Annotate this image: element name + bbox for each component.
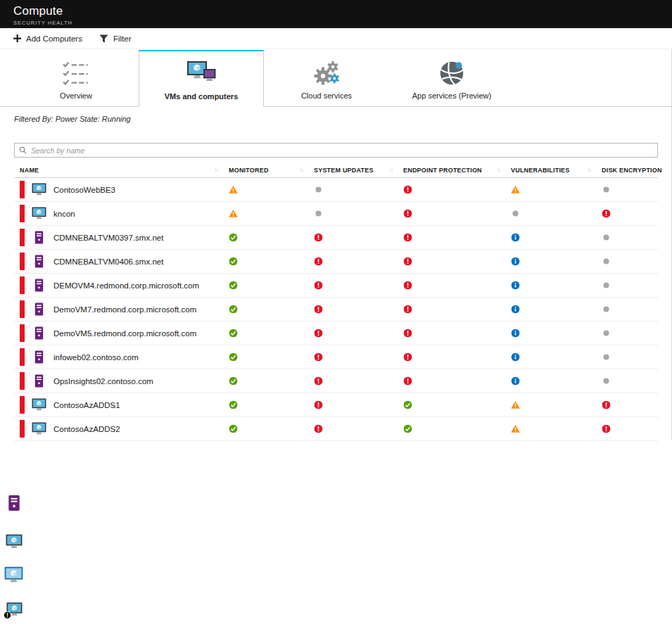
status-none-icon — [509, 209, 600, 218]
status-ok-icon — [227, 376, 312, 386]
table-row[interactable]: OpsInsights02.contoso.com — [14, 369, 658, 393]
filter-note: Filtered By: Power State: Running — [14, 115, 131, 123]
computers-table-body: ContosoWebBE3 kncon CDMNEBALTVM0397.smx.… — [14, 178, 658, 441]
server-icon — [32, 279, 46, 292]
filter-label: Filter — [113, 34, 132, 43]
server-icon — [32, 326, 46, 340]
status-none-icon — [600, 376, 658, 386]
status-error-icon — [312, 329, 401, 338]
status-ok-icon — [227, 257, 312, 266]
status-info-icon — [509, 281, 600, 290]
vm-monitors-icon — [185, 58, 217, 89]
computer-name: CDMNEBALTVM0397.smx.net — [53, 234, 163, 242]
filter-button[interactable]: Filter — [99, 34, 132, 43]
filter-funnel-icon — [99, 34, 108, 43]
table-row[interactable]: CDMNEBALTVM0406.smx.net — [14, 250, 658, 274]
column-header-monitored[interactable]: MONITORED ↑↓ — [227, 167, 312, 174]
name-cell: infoweb02.contoso.com — [14, 348, 227, 366]
computer-name: DemoVM5.redmond.corp.microsoft.com — [53, 329, 196, 338]
column-header-vulnerabilities[interactable]: VULNERABILITIES ↑↓ — [509, 167, 600, 174]
status-none-icon — [600, 233, 658, 242]
vm-icon — [32, 207, 46, 220]
table-row[interactable]: ContosoWebBE3 — [14, 178, 658, 202]
sort-arrows-icon: ↑↓ — [588, 167, 592, 173]
status-warning-icon — [509, 424, 600, 433]
table-row[interactable]: DemoVM7.redmond.corp.microsoft.com — [14, 298, 658, 321]
tab-cloud-services[interactable]: Cloud services — [264, 50, 389, 106]
server-icon — [32, 255, 46, 268]
status-error-icon — [401, 281, 509, 290]
server-icon — [32, 350, 46, 364]
status-info-icon — [509, 352, 600, 362]
table-header-row: NAME ↑↓ MONITORED ↑↓ SYSTEM UPDATES ↑↓ E… — [14, 163, 658, 178]
server-icon — [32, 303, 46, 316]
computer-name: ContosoAzADDS2 — [53, 425, 120, 433]
add-computers-button[interactable]: Add Computers — [13, 34, 82, 43]
table-row[interactable]: kncon — [14, 202, 658, 226]
vm-icon — [32, 398, 46, 412]
sort-arrows-icon: ↑↓ — [497, 167, 501, 173]
status-ok-icon — [227, 233, 312, 242]
tab-app-services[interactable]: App services (Preview) — [389, 50, 514, 106]
name-cell: ContosoAzADDS2 — [14, 420, 227, 438]
column-header-endpoint-protection[interactable]: ENDPOINT PROTECTION ↑↓ — [401, 167, 509, 174]
checklist-icon — [61, 58, 91, 88]
name-cell: ContosoWebBE3 — [14, 181, 227, 198]
server-icon — [6, 494, 22, 515]
status-error-icon — [401, 329, 509, 338]
computer-name: infoweb02.contoso.com — [53, 353, 139, 362]
compute-security-health-blade: Compute SECURITY HEALTH Add Computers Fi… — [0, 0, 672, 624]
status-error-icon — [600, 424, 658, 433]
status-none-icon — [312, 185, 401, 194]
sort-arrows-icon: ↑↓ — [300, 167, 304, 173]
status-warning-icon — [509, 185, 600, 194]
status-error-icon — [312, 281, 401, 290]
table-row[interactable]: ContosoAzADDS2 — [14, 417, 658, 441]
tab-overview[interactable]: Overview — [13, 50, 139, 106]
status-error-icon — [600, 400, 658, 409]
sort-arrows-icon: ↑↓ — [389, 167, 393, 173]
severity-bar — [20, 229, 25, 246]
tab-bar: Overview VMs and computers — [0, 50, 672, 107]
severity-bar — [20, 348, 25, 366]
status-info-icon — [509, 329, 600, 338]
severity-bar — [20, 396, 25, 414]
column-header-name[interactable]: NAME ↑↓ — [14, 167, 227, 174]
table-row[interactable]: CDMNEBALTVM0397.smx.net — [14, 226, 658, 250]
search-input[interactable] — [31, 146, 653, 155]
status-ok-icon — [227, 281, 312, 290]
toolbar: Add Computers Filter — [0, 28, 672, 49]
vm-icon — [32, 422, 46, 435]
table-row[interactable]: ContosoAzADDS1 — [14, 393, 658, 417]
status-none-icon — [600, 281, 658, 290]
column-header-system-updates[interactable]: SYSTEM UPDATES ↑↓ — [312, 167, 401, 174]
page-title: Compute — [13, 4, 672, 18]
search-box — [14, 143, 658, 158]
status-error-icon — [600, 209, 658, 218]
tab-vms-and-computers[interactable]: VMs and computers — [139, 50, 264, 107]
vm-monitor-cube-icon — [4, 566, 23, 587]
name-cell: OpsInsights02.contoso.com — [14, 372, 227, 390]
severity-bar — [20, 205, 25, 222]
name-cell: DemoVM7.redmond.corp.microsoft.com — [14, 300, 227, 318]
gears-icon — [311, 58, 342, 88]
status-error-icon — [312, 305, 401, 314]
table-row[interactable]: infoweb02.contoso.com — [14, 345, 658, 369]
status-error-icon — [312, 352, 401, 362]
column-header-disk-encryption[interactable]: DISK ENCRYPTION — [600, 167, 658, 174]
status-ok-icon — [401, 400, 509, 409]
severity-bar — [20, 181, 25, 198]
status-error-icon — [312, 376, 401, 386]
table-row[interactable]: DEMOVM4.redmond.corp.microsoft.com — [14, 274, 658, 298]
alert-badge-icon — [4, 609, 11, 622]
status-error-icon — [312, 400, 401, 409]
name-cell: CDMNEBALTVM0406.smx.net — [14, 253, 227, 270]
tab-app-services-label: App services (Preview) — [412, 91, 491, 106]
status-error-icon — [401, 209, 509, 218]
name-cell: DemoVM5.redmond.corp.microsoft.com — [14, 324, 227, 342]
table-row[interactable]: DemoVM5.redmond.corp.microsoft.com — [14, 321, 658, 345]
severity-bar — [20, 253, 25, 270]
status-ok-icon — [227, 305, 312, 314]
computer-name: ContosoAzADDS1 — [53, 401, 120, 409]
severity-bar — [20, 372, 25, 390]
